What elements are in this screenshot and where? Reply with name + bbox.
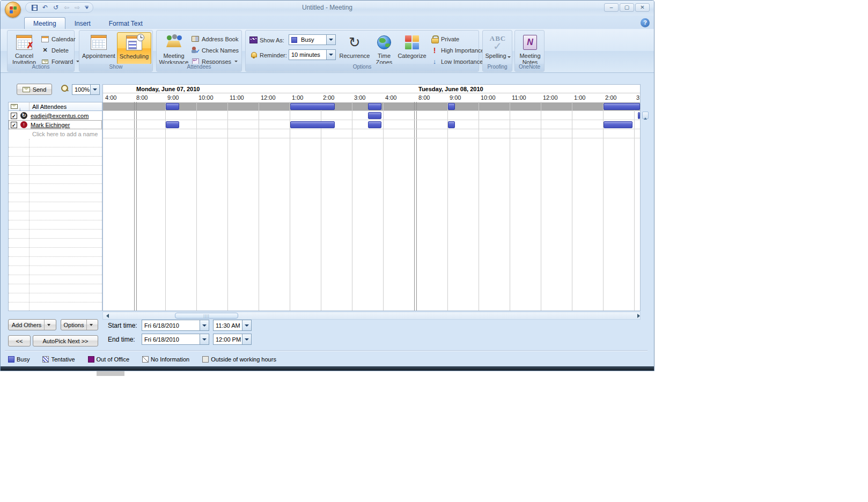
tab-format-text[interactable]: Format Text: [100, 17, 152, 29]
attendee-checkbox[interactable]: ✓: [11, 122, 17, 128]
add-others-dropdown[interactable]: [44, 320, 53, 330]
zoom-dropdown[interactable]: [90, 85, 99, 94]
group-caption-proofing: Proofing: [483, 64, 512, 71]
address-book-button[interactable]: Address Book: [191, 34, 238, 44]
time-zones-button[interactable]: Time Zones: [372, 32, 396, 64]
show-as-dropdown[interactable]: [326, 35, 335, 45]
empty-attendee-row[interactable]: [9, 220, 102, 230]
time-tick: 3:00: [354, 94, 365, 101]
empty-attendee-row[interactable]: [9, 230, 102, 239]
time-tick: 2:00: [605, 94, 616, 101]
meeting-notes-button[interactable]: N Meeting Notes: [514, 32, 546, 64]
scroll-left-arrow[interactable]: [103, 312, 112, 319]
group-caption-attendees: Attendees: [157, 64, 241, 71]
show-as-combo[interactable]: Busy: [289, 34, 336, 45]
horizontal-scrollbar[interactable]: ||||: [102, 312, 641, 320]
end-date-combo[interactable]: Fri 6/18/2010: [142, 334, 209, 345]
high-importance-button[interactable]: ! High Importance: [430, 45, 484, 55]
empty-attendee-row[interactable]: [9, 166, 102, 175]
attendee-row[interactable]: ✓↑Mark Eichinger: [9, 120, 102, 129]
maximize-button[interactable]: ▢: [620, 3, 634, 12]
time-tick: 2:00: [323, 94, 334, 101]
end-date-dropdown[interactable]: [200, 334, 209, 344]
group-caption-options: Options: [246, 64, 479, 71]
send-button[interactable]: Send: [17, 84, 52, 95]
start-date-dropdown[interactable]: [200, 320, 209, 330]
window-title: Untitled - Meeting: [1, 4, 654, 11]
office-button[interactable]: [5, 2, 21, 18]
empty-attendee-row[interactable]: [9, 175, 102, 184]
options-button[interactable]: Options: [61, 319, 98, 330]
zoom-combo[interactable]: 100%: [72, 84, 100, 95]
empty-attendee-row[interactable]: [9, 147, 102, 157]
scroll-right-arrow[interactable]: [631, 312, 640, 319]
free-busy-grid[interactable]: Monday, June 07, 2010Tuesday, June 08, 2…: [102, 84, 641, 311]
cancel-invitation-button[interactable]: ✗ Cancel Invitation: [9, 32, 40, 64]
empty-attendee-row[interactable]: [9, 293, 102, 302]
empty-attendee-row[interactable]: [9, 257, 102, 266]
tab-meeting[interactable]: Meeting: [24, 17, 65, 29]
scheduling-button[interactable]: Scheduling: [117, 32, 151, 64]
reminder-dropdown[interactable]: [326, 50, 335, 60]
start-time-combo[interactable]: 11:30 AM: [213, 320, 252, 331]
reminder-combo[interactable]: 10 minutes: [289, 49, 336, 60]
time-tick: 8:00: [136, 94, 148, 101]
help-icon[interactable]: ?: [641, 18, 650, 27]
start-time-dropdown[interactable]: [242, 320, 251, 330]
zoom-magnifier-icon[interactable]: [61, 84, 69, 93]
empty-attendee-row[interactable]: [9, 193, 102, 202]
group-proofing: ABC✓ Spelling Proofing: [482, 30, 512, 72]
day-header-row: Monday, June 07, 2010Tuesday, June 08, 2…: [103, 85, 640, 93]
empty-attendee-row[interactable]: [9, 239, 102, 248]
vertical-scroll-up-arrow[interactable]: [642, 112, 649, 119]
categorize-button[interactable]: Categorize: [397, 32, 427, 64]
hour-gridline: [259, 102, 259, 311]
end-time-combo[interactable]: 12:00 PM: [213, 334, 252, 345]
footer-separator: [5, 350, 648, 351]
attendee-status-icon: ↻: [20, 112, 27, 119]
tab-insert[interactable]: Insert: [65, 17, 100, 29]
autopick-next-button[interactable]: AutoPick Next >>: [33, 335, 98, 346]
legend-label: Tentative: [51, 356, 75, 363]
attendee-header-row[interactable]: All Attendees: [9, 102, 102, 111]
attendee-row[interactable]: ✓↻eadjei@excentus.com: [9, 111, 102, 120]
minimize-button[interactable]: –: [604, 3, 619, 12]
add-attendee-placeholder[interactable]: Click here to add a name: [32, 131, 98, 137]
empty-attendee-row[interactable]: [9, 138, 102, 147]
empty-attendee-row[interactable]: [9, 202, 102, 211]
attendee-checkbox[interactable]: ✓: [11, 113, 17, 119]
time-tick: 12:00: [543, 94, 558, 101]
empty-attendee-row[interactable]: [9, 284, 102, 293]
empty-attendee-row[interactable]: [9, 275, 102, 284]
spelling-button[interactable]: ABC✓ Spelling: [482, 32, 513, 64]
attendee-name[interactable]: Mark Eichinger: [31, 122, 70, 128]
hour-gridline: [290, 102, 290, 311]
empty-attendee-row[interactable]: [9, 184, 102, 193]
categorize-icon: [403, 33, 421, 51]
address-book-icon: [191, 35, 200, 43]
empty-attendee-row[interactable]: [9, 302, 102, 311]
recurrence-button[interactable]: ↻ Recurrence: [338, 32, 371, 64]
day-header: Monday, June 07, 2010: [136, 86, 200, 92]
add-others-button[interactable]: Add Others: [8, 319, 56, 330]
attendee-name[interactable]: eadjei@excentus.com: [31, 113, 89, 119]
appointment-button[interactable]: Appointment: [82, 32, 116, 64]
close-button[interactable]: ✕: [635, 3, 650, 12]
scrollbar-track[interactable]: ||||: [112, 312, 631, 319]
start-date-combo[interactable]: Fri 6/18/2010: [142, 320, 209, 331]
empty-attendee-row[interactable]: [9, 266, 102, 275]
meeting-window: ↶↺⇦⇨ Untitled - Meeting – ▢ ✕ MeetingIns…: [0, 0, 654, 371]
private-button[interactable]: Private: [430, 34, 459, 44]
scrollbar-thumb[interactable]: ||||: [175, 313, 238, 319]
free-busy-grid-body[interactable]: [103, 102, 640, 311]
empty-attendee-row[interactable]: [9, 248, 102, 257]
end-time-dropdown[interactable]: [242, 334, 251, 344]
autopick-back-button[interactable]: <<: [8, 335, 31, 346]
calendar-button[interactable]: Calendar: [41, 34, 76, 44]
empty-attendee-row[interactable]: [9, 157, 102, 166]
meeting-workspace-button[interactable]: Meeting Workspace: [158, 32, 190, 64]
delete-button[interactable]: ✕ Delete: [41, 45, 69, 55]
options-dropdown[interactable]: [86, 320, 95, 330]
check-names-button[interactable]: ✓ Check Names: [191, 45, 239, 55]
empty-attendee-row[interactable]: [9, 211, 102, 220]
